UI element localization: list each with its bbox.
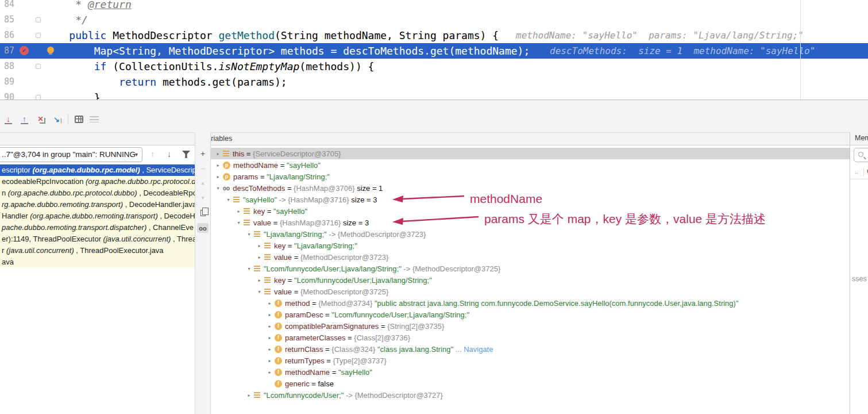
breakpoint-icon[interactable]: ✓ — [20, 46, 29, 55]
chevron-expanded-icon[interactable]: ▾ — [235, 220, 242, 225]
navigate-link[interactable]: Navigate — [464, 345, 493, 354]
code-text: if (CollectionUtils.isNotEmptyMap(method… — [44, 59, 374, 74]
stack-frame[interactable]: n (org.apache.dubbo.rpc.protocol.dubbo) … — [0, 187, 195, 199]
variable-value: false — [318, 379, 333, 388]
variable-row[interactable]: ▸pmethodName = "sayHello" — [211, 159, 850, 171]
chevron-collapsed-icon[interactable]: ▸ — [266, 358, 273, 363]
variable-row[interactable]: ▸value = {MethodDescriptor@3723} — [211, 251, 850, 263]
variable-value: {String[2]@3735} — [387, 322, 444, 331]
variable-name: value — [253, 218, 271, 227]
evaluate-expression-icon[interactable] — [75, 116, 83, 123]
chevron-expanded-icon[interactable]: ▾ — [225, 197, 232, 202]
chevron-collapsed-icon[interactable]: ▸ — [214, 163, 222, 168]
code-line-89[interactable]: 89 return methods.get(params); — [0, 74, 868, 90]
variable-value: "Lcom/funnycode/User;Ljava/lang/String;" — [294, 276, 432, 285]
variable-row[interactable]: ▸freturnTypes = {Type[2]@3737} — [211, 355, 850, 366]
memory-search-input[interactable] — [854, 148, 868, 162]
frames-panel: ..7"@3,704 in group "main": RUNNING ▾ ↑↓… — [0, 145, 195, 414]
fold-marker-icon[interactable] — [36, 95, 41, 99]
step-out-icon[interactable]: ↑ — [20, 114, 29, 124]
move-watch-up-icon[interactable]: ▲ — [197, 178, 209, 188]
variable-row[interactable]: ▸"Lcom/funnycode/User;" -> {MethodDescri… — [211, 389, 850, 401]
variable-value: = — [310, 299, 318, 308]
thread-selector[interactable]: ..7"@3,704 in group "main": RUNNING ▾ — [0, 147, 142, 162]
variable-row[interactable]: ▸pparams = "Ljava/lang/String;" — [211, 171, 850, 182]
fold-marker-icon[interactable] — [36, 64, 41, 69]
chevron-collapsed-icon[interactable]: ▸ — [214, 151, 222, 156]
object-icon — [254, 266, 260, 272]
layout-settings-icon[interactable] — [90, 116, 99, 122]
force-step-into-icon[interactable]: ↓ — [3, 114, 13, 124]
field-icon: f — [275, 380, 282, 388]
chevron-expanded-icon[interactable]: ▾ — [245, 232, 253, 237]
variable-row[interactable]: ▾"Lcom/funnycode/User;Ljava/lang/String;… — [211, 263, 850, 274]
variable-row[interactable]: ▸freturnClass = {Class@324} "class java.… — [211, 343, 850, 355]
next-frame-icon[interactable]: ↓ — [167, 150, 171, 159]
variable-row[interactable]: ▾"Ljava/lang/String;" -> {MethodDescript… — [211, 228, 850, 240]
chevron-collapsed-icon[interactable]: ▸ — [266, 335, 273, 340]
stack-frame[interactable]: rg.apache.dubbo.remoting.transport) , De… — [0, 199, 195, 210]
variable-row[interactable]: ▸this = {ServiceDescriptor@3705} — [211, 148, 850, 159]
watches-toolbar-strip: +−▲▼oo — [195, 132, 211, 414]
chevron-expanded-icon[interactable]: ▾ — [214, 186, 222, 191]
variable-value: = — [286, 241, 294, 250]
fold-marker-icon[interactable] — [36, 33, 41, 38]
memory-column-headers[interactable]: .. Class — [850, 166, 868, 179]
chevron-collapsed-icon[interactable]: ▸ — [266, 312, 273, 317]
show-watches-icon[interactable]: oo — [197, 223, 209, 233]
chevron-collapsed-icon[interactable]: ▸ — [256, 255, 263, 260]
chevron-expanded-icon[interactable]: ▾ — [256, 289, 263, 294]
chevron-collapsed-icon[interactable]: ▸ — [214, 174, 222, 179]
variable-row[interactable]: ▸key = "Ljava/lang/String;" — [211, 240, 850, 251]
code-line-84[interactable]: 84 * @return — [0, 0, 868, 12]
chevron-collapsed-icon[interactable]: ▸ — [266, 370, 273, 375]
inline-debugger-hint: descToMethods: size = 1 methodName: "say… — [550, 43, 815, 59]
stack-frame[interactable]: pache.dubbo.remoting.transport.dispatche… — [0, 222, 195, 233]
memory-panel: Memory .. Class sses l — [850, 132, 868, 414]
intention-bulb-icon[interactable] — [47, 47, 54, 53]
variable-row[interactable]: ▸fcompatibleParamSignatures = {String[2]… — [211, 320, 850, 332]
stack-frame[interactable]: er):1149, ThreadPoolExecutor (java.util.… — [0, 233, 195, 245]
parameter-icon: p — [223, 173, 230, 181]
code-line-88[interactable]: 88 if (CollectionUtils.isNotEmptyMap(met… — [0, 59, 868, 74]
fold-marker-icon[interactable] — [36, 17, 41, 22]
chevron-collapsed-icon[interactable]: ▸ — [235, 209, 242, 214]
column-separator — [863, 168, 864, 177]
move-watch-down-icon[interactable]: ▼ — [197, 193, 209, 203]
stack-frame[interactable]: ecodeableRpcInvocation (org.apache.dubbo… — [0, 176, 195, 187]
variable-row[interactable]: ▸fparamDesc = "Lcom/funnycode/User;Ljava… — [211, 309, 850, 320]
stack-frame[interactable]: r (java.util.concurrent) , ThreadPoolExe… — [0, 245, 195, 256]
new-watch-icon[interactable]: + — [197, 148, 209, 158]
code-line-86[interactable]: 86 public MethodDescriptor getMethod(Str… — [0, 28, 868, 43]
variable-value: size = 3 — [343, 218, 369, 227]
chevron-expanded-icon[interactable]: ▾ — [245, 266, 253, 271]
chevron-collapsed-icon[interactable]: ▸ — [266, 301, 273, 306]
variable-row[interactable]: ▸key = "Lcom/funnycode/User;Ljava/lang/S… — [211, 274, 850, 286]
chevron-collapsed-icon[interactable]: ▸ — [256, 243, 263, 248]
memory-col-dots: .. — [855, 168, 858, 175]
variable-row[interactable]: fgeneric = false — [211, 378, 850, 389]
chevron-collapsed-icon[interactable]: ▸ — [266, 324, 273, 329]
debug-panel-headers: Variables — [0, 132, 868, 145]
variable-row[interactable]: ▸fparameterClasses = {Class[2]@3736} — [211, 332, 850, 343]
remove-watch-icon[interactable]: − — [197, 163, 209, 173]
code-line-90[interactable]: 90 } — [0, 90, 868, 99]
previous-frame-icon[interactable]: ↑ — [151, 150, 155, 159]
chevron-collapsed-icon[interactable]: ▸ — [245, 393, 253, 398]
drop-frame-icon[interactable]: ✕ — [36, 114, 45, 124]
tab-memory[interactable]: Memory — [850, 132, 868, 145]
stack-frame[interactable]: escriptor (org.apache.dubbo.rpc.model) ,… — [0, 164, 195, 176]
stack-frame[interactable]: ava — [0, 256, 195, 268]
code-line-85[interactable]: 85 */ — [0, 12, 868, 28]
chevron-collapsed-icon[interactable]: ▸ — [256, 278, 263, 283]
code-line-87[interactable]: 87✓ Map<String, MethodDescriptor> method… — [0, 43, 868, 59]
run-to-cursor-icon[interactable]: ↘ — [52, 114, 61, 124]
copy-value-icon[interactable] — [197, 208, 209, 218]
chevron-collapsed-icon[interactable]: ▸ — [266, 347, 273, 352]
variable-row[interactable]: ▸fmethod = {Method@3734} "public abstrac… — [211, 297, 850, 309]
code-editor[interactable]: 84 * @return85 */86 public MethodDescrip… — [0, 0, 868, 99]
stack-frame[interactable]: Handler (org.apache.dubbo.remoting.trans… — [0, 210, 195, 222]
variable-row[interactable]: ▸fmethodName = "sayHello" — [211, 366, 850, 378]
hide-frames-filter-icon[interactable] — [182, 151, 190, 158]
variable-row[interactable]: ▾value = {MethodDescriptor@3725} — [211, 286, 850, 297]
